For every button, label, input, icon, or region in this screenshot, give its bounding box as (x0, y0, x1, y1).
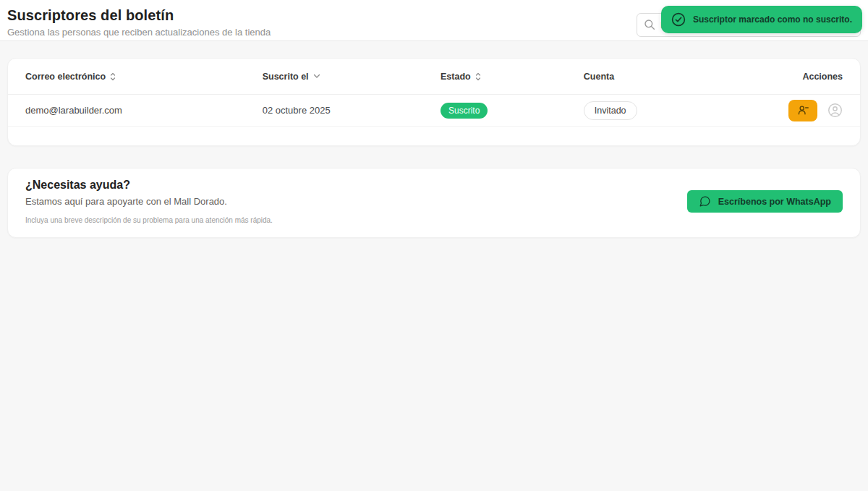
mark-unsubscribed-button[interactable] (788, 100, 817, 121)
sort-both-icon (110, 72, 116, 81)
sort-desc-icon (313, 74, 320, 79)
account-cell: Invitado (584, 101, 723, 120)
column-header-email-label: Correo electrónico (25, 72, 106, 82)
subscribed-date: 02 octubre 2025 (263, 105, 441, 116)
status-badge: Suscrito (441, 103, 488, 119)
help-text-block: ¿Necesitas ayuda? Estamos aquí para apoy… (25, 179, 273, 224)
toast-message: Suscriptor marcado como no suscrito. (693, 14, 852, 25)
main-content: Correo electrónico Suscrito el Estado Cu… (0, 41, 868, 238)
column-header-status-label: Estado (441, 72, 471, 82)
table-footer-space (8, 127, 860, 145)
column-header-status[interactable]: Estado (441, 72, 584, 82)
column-header-subscribed[interactable]: Suscrito el (263, 72, 441, 82)
user-minus-icon (797, 104, 809, 116)
check-circle-icon (671, 12, 686, 27)
chat-bubble-icon (699, 195, 711, 208)
whatsapp-button-label: Escríbenos por WhatsApp (718, 197, 831, 207)
column-header-account: Cuenta (584, 72, 723, 82)
column-header-email[interactable]: Correo electrónico (25, 72, 263, 82)
help-card: ¿Necesitas ayuda? Estamos aquí para apoy… (7, 168, 861, 238)
whatsapp-button[interactable]: Escríbenos por WhatsApp (687, 190, 843, 213)
column-header-subscribed-label: Suscrito el (263, 72, 309, 82)
column-header-account-label: Cuenta (584, 72, 614, 82)
status-cell: Suscrito (441, 103, 584, 119)
sort-both-icon (475, 72, 481, 81)
subscriber-email: demo@larabuilder.com (25, 105, 263, 116)
column-header-actions: Acciones (802, 72, 843, 82)
help-subtitle: Estamos aquí para apoyarte con el Mall D… (25, 196, 273, 207)
table-header-row: Correo electrónico Suscrito el Estado Cu… (8, 59, 860, 95)
help-note: Incluya una breve descripción de su prob… (25, 216, 273, 224)
subscribers-table-card: Correo electrónico Suscrito el Estado Cu… (7, 58, 861, 146)
toast-notification: Suscriptor marcado como no suscrito. (661, 6, 862, 33)
table-row: demo@larabuilder.com 02 octubre 2025 Sus… (8, 95, 860, 127)
help-title: ¿Necesitas ayuda? (25, 179, 273, 192)
user-circle-icon (827, 103, 843, 118)
actions-cell (788, 100, 843, 121)
column-header-actions-label: Acciones (802, 72, 843, 82)
account-badge: Invitado (584, 101, 637, 120)
